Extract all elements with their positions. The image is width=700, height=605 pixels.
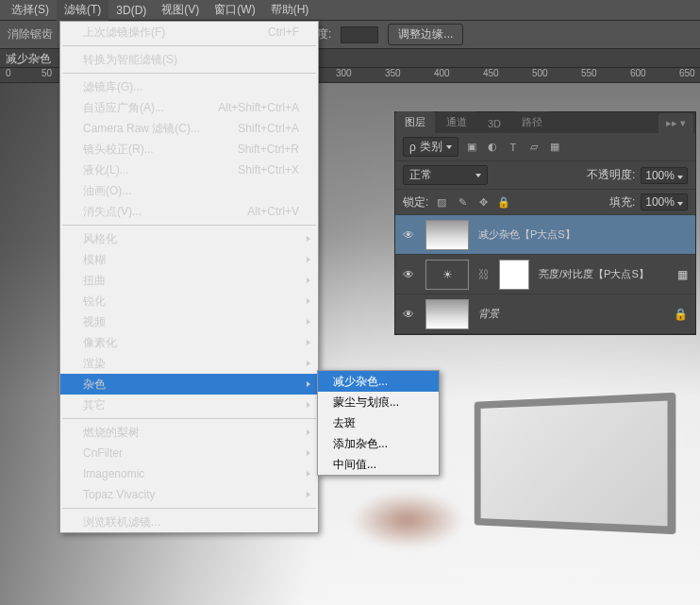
menu-imagenomic[interactable]: Imagenomic xyxy=(60,463,318,484)
menu-3d[interactable]: 3D(D) xyxy=(108,1,154,20)
ruler-tick: 300 xyxy=(336,68,352,78)
lock-row: 锁定: ▨ ✎ ✥ 🔒 填充: 100% xyxy=(395,190,695,215)
submenu-add-noise[interactable]: 添加杂色... xyxy=(318,433,439,454)
filter-shape-icon[interactable]: ▱ xyxy=(526,140,542,155)
visibility-icon[interactable]: 👁 xyxy=(403,308,416,321)
ruler-tick: 0 xyxy=(6,68,11,78)
fill-label: 填充: xyxy=(609,194,635,210)
menu-sharpen[interactable]: 锐化 xyxy=(60,291,318,311)
ruler-tick: 450 xyxy=(483,68,499,78)
tab-3d[interactable]: 3D xyxy=(478,114,510,133)
layer-row[interactable]: 👁 背景 🔒 xyxy=(395,294,695,334)
filter-adjust-icon[interactable]: ◐ xyxy=(485,140,500,155)
menu-camera-raw[interactable]: Camera Raw 滤镜(C)...Shift+Ctrl+A xyxy=(60,118,318,139)
antialias-label: 消除锯齿 xyxy=(8,26,53,42)
menu-oil-paint[interactable]: 油画(O)... xyxy=(60,180,318,201)
menu-other[interactable]: 其它 xyxy=(60,395,318,415)
blend-mode-dropdown[interactable]: 正常 xyxy=(403,165,488,185)
noise-submenu: 减少杂色... 蒙尘与划痕... 去斑 添加杂色... 中间值... xyxy=(317,370,440,476)
tab-layers[interactable]: 图层 xyxy=(395,111,435,133)
menu-pixelate[interactable]: 像素化 xyxy=(60,332,318,353)
menu-distort[interactable]: 扭曲 xyxy=(60,270,318,291)
menu-video[interactable]: 视频 xyxy=(60,311,318,332)
layer-row[interactable]: 👁 减少杂色【P大点S】 xyxy=(395,215,695,255)
menu-select[interactable]: 选择(S) xyxy=(4,0,57,21)
menu-help[interactable]: 帮助(H) xyxy=(263,0,317,21)
menu-liquify[interactable]: 液化(L)...Shift+Ctrl+X xyxy=(60,160,318,180)
ruler-tick: 400 xyxy=(434,68,450,78)
menu-convert-smart[interactable]: 转换为智能滤镜(S) xyxy=(60,49,318,70)
blend-row: 正常 不透明度: 100% xyxy=(395,161,695,190)
menu-filter-gallery[interactable]: 滤镜库(G)... xyxy=(60,76,318,97)
menu-render[interactable]: 渲染 xyxy=(60,353,318,374)
filter-type-icon[interactable]: T xyxy=(506,140,521,155)
menu-adaptive-wide[interactable]: 自适应广角(A)...Alt+Shift+Ctrl+A xyxy=(60,97,318,118)
menu-browse-online[interactable]: 浏览联机滤镜... xyxy=(60,512,318,532)
photo-hand xyxy=(351,492,464,548)
menubar: 选择(S) 滤镜(T) 3D(D) 视图(V) 窗口(W) 帮助(H) xyxy=(0,0,700,21)
sub-reducenoise: 减少杂色 xyxy=(6,52,51,65)
menu-stylize[interactable]: 风格化 xyxy=(60,228,318,249)
panel-tabs: 图层 通道 3D 路径 ▸▸ ▾ xyxy=(395,112,695,133)
menu-blur[interactable]: 模糊 xyxy=(60,249,318,270)
opacity-value[interactable]: 100% xyxy=(641,167,688,184)
menu-view[interactable]: 视图(V) xyxy=(154,0,207,21)
fill-value[interactable]: 100% xyxy=(641,193,688,210)
menu-last-filter[interactable]: 上次滤镜操作(F)Ctrl+F xyxy=(60,22,318,42)
filter-pixel-icon[interactable]: ▣ xyxy=(464,140,479,155)
menu-window[interactable]: 窗口(W) xyxy=(207,0,262,21)
menu-topaz[interactable]: Topaz Vivacity xyxy=(60,484,318,505)
tab-channels[interactable]: 通道 xyxy=(437,111,476,133)
tab-paths[interactable]: 路径 xyxy=(512,111,552,133)
lock-transparent-icon[interactable]: ▨ xyxy=(434,194,449,210)
menu-burning-pear[interactable]: 燃烧的梨树 xyxy=(60,422,318,443)
filter-kind-dropdown[interactable]: ρ 类别 xyxy=(403,137,458,157)
layer-mask[interactable] xyxy=(499,260,529,290)
lock-position-icon[interactable]: ✥ xyxy=(475,194,491,210)
layers-panel: 图层 通道 3D 路径 ▸▸ ▾ ρ 类别 ▣ ◐ T ▱ ▦ 正常 不透明度:… xyxy=(394,111,696,335)
layer-name[interactable]: 亮度/对比度【P大点S】 xyxy=(539,267,668,281)
filter-menu-dropdown: 上次滤镜操作(F)Ctrl+F 转换为智能滤镜(S) 滤镜库(G)... 自适应… xyxy=(59,21,319,533)
link-icon[interactable]: ⛓ xyxy=(478,268,490,281)
submenu-dust-scratches[interactable]: 蒙尘与划痕... xyxy=(318,392,439,412)
visibility-icon[interactable]: 👁 xyxy=(403,228,416,242)
lock-label: 锁定: xyxy=(403,194,428,210)
filter-smart-icon[interactable]: ▦ xyxy=(547,140,562,155)
menu-filter[interactable]: 滤镜(T) xyxy=(57,0,108,21)
layer-menu-icon[interactable]: ▦ xyxy=(677,268,688,281)
lock-all-icon[interactable]: 🔒 xyxy=(496,194,511,210)
layer-thumbnail[interactable] xyxy=(425,220,469,250)
ruler-tick: 50 xyxy=(42,68,52,78)
lock-pixels-icon[interactable]: ✎ xyxy=(455,194,470,210)
submenu-despeckle[interactable]: 去斑 xyxy=(318,412,439,433)
panel-expand-icon[interactable]: ▸▸ ▾ xyxy=(658,113,693,133)
layer-thumbnail[interactable] xyxy=(425,299,469,329)
menu-noise[interactable]: 杂色 xyxy=(60,374,318,395)
menu-lens-correction[interactable]: 镜头校正(R)...Shift+Ctrl+R xyxy=(60,139,318,160)
ruler-tick: 600 xyxy=(630,68,646,78)
layer-name[interactable]: 背景 xyxy=(478,307,664,321)
submenu-median[interactable]: 中间值... xyxy=(318,454,439,475)
layer-row[interactable]: 👁 ☀ ⛓ 亮度/对比度【P大点S】 ▦ xyxy=(395,255,695,294)
ruler-tick: 350 xyxy=(385,68,401,78)
opacity-label: 不透明度: xyxy=(587,167,635,183)
lock-icon: 🔒 xyxy=(674,308,688,321)
degree-label: 度: xyxy=(317,26,331,42)
submenu-reduce-noise[interactable]: 减少杂色... xyxy=(318,371,439,392)
degree-input[interactable] xyxy=(341,26,378,43)
adjustment-icon[interactable]: ☀ xyxy=(425,260,469,290)
refine-edge-button[interactable]: 调整边缘... xyxy=(388,24,463,45)
ruler-tick: 650 xyxy=(679,68,695,78)
layer-name[interactable]: 减少杂色【P大点S】 xyxy=(478,227,688,242)
visibility-icon[interactable]: 👁 xyxy=(403,268,416,281)
menu-cnfilter[interactable]: CnFilter xyxy=(60,443,318,463)
ruler-tick: 500 xyxy=(532,68,548,78)
layer-filter-row: ρ 类别 ▣ ◐ T ▱ ▦ xyxy=(395,133,695,161)
layers-list: 👁 减少杂色【P大点S】 👁 ☀ ⛓ 亮度/对比度【P大点S】 ▦ 👁 背景 🔒 xyxy=(395,215,695,334)
menu-vanishing-point[interactable]: 消失点(V)...Alt+Ctrl+V xyxy=(60,201,318,222)
ruler-tick: 550 xyxy=(581,68,597,78)
